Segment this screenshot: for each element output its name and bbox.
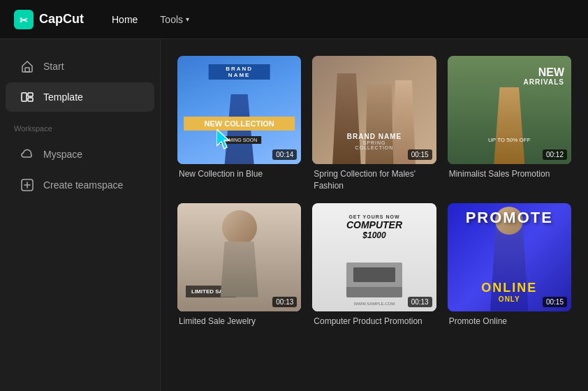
duration-1: 00:14 (272, 149, 297, 160)
template-thumb-6: PROMOTE ONLINE ONLY 00:15 (448, 203, 571, 311)
nav-home[interactable]: Home (112, 14, 138, 25)
computer-text: GET YOURS NOW COMPUTER $1000 (346, 214, 402, 240)
duration-5: 00:13 (408, 297, 432, 307)
spring-label: SPRING COLLECTION (344, 140, 406, 150)
svg-text:✂: ✂ (20, 15, 28, 26)
template-title-3: Minimalist Sales Promotion (448, 168, 571, 180)
template-card-minimalist[interactable]: NEW ARRIVALS UP TO 50% OFF 00:12 Minimal… (448, 56, 571, 192)
logo-area[interactable]: ✂ CapCut (14, 10, 84, 29)
template-title-4: Limited Sale Jewelry (177, 316, 301, 327)
template-card-promote[interactable]: PROMOTE ONLINE ONLY 00:15 Promote Online (448, 203, 571, 327)
top-nav: ✂ CapCut Home Tools ▾ (0, 0, 588, 39)
template-thumb-5: GET YOURS NOW COMPUTER $1000 WWW.SAMPLE.… (312, 203, 436, 311)
chevron-down-icon: ▾ (186, 15, 189, 23)
logo-text: CapCut (39, 12, 84, 27)
new-arrivals-3: NEW ARRIVALS (524, 67, 564, 86)
sidebar-item-create-teamspace[interactable]: Create teamspace (6, 170, 154, 200)
plus-icon (20, 177, 35, 193)
template-thumb-2: BRAND NAME SPRING COLLECTION 00:15 (312, 56, 436, 164)
coming-soon-text: COMING SOON (217, 136, 261, 144)
sidebar-template-label: Template (43, 91, 83, 103)
sidebar-item-template[interactable]: Template (6, 82, 154, 112)
sidebar-create-teamspace-label: Create teamspace (43, 179, 123, 191)
template-title-6: Promote Online (448, 316, 571, 327)
logo-icon: ✂ (14, 10, 34, 29)
template-card-new-collection[interactable]: BRAND NAME NEW COLLECTION COMING SOON 00… (177, 56, 301, 192)
promote-text: PROMOTE (466, 209, 553, 227)
duration-2: 00:15 (408, 149, 432, 160)
template-grid: BRAND NAME NEW COLLECTION COMING SOON 00… (177, 56, 571, 327)
home-icon (20, 59, 35, 74)
new-collection-text: NEW COLLECTION (184, 117, 295, 131)
template-title-2: Spring Collection for Males' Fashion (312, 168, 436, 192)
svg-rect-2 (25, 68, 29, 72)
sidebar-item-myspace[interactable]: Myspace (6, 140, 154, 169)
workspace-label: Workspace (0, 113, 160, 138)
duration-4: 00:13 (272, 297, 297, 307)
brand-overlay-2: BRAND NAME SPRING COLLECTION (344, 133, 406, 150)
sidebar: Start Template Workspace Myspace (0, 39, 161, 391)
main-content: BRAND NAME NEW COLLECTION COMING SOON 00… (161, 39, 588, 391)
template-thumb-3: NEW ARRIVALS UP TO 50% OFF 00:12 (448, 56, 571, 164)
sidebar-start-label: Start (43, 61, 64, 72)
svg-rect-4 (28, 93, 33, 96)
brand-name-1: BRAND NAME (208, 64, 270, 80)
template-card-computer[interactable]: GET YOURS NOW COMPUTER $1000 WWW.SAMPLE.… (312, 203, 436, 327)
sidebar-item-start[interactable]: Start (6, 52, 154, 81)
laptop-shape (346, 263, 402, 297)
template-title-1: New Collection in Blue (177, 168, 301, 180)
template-thumb-4: LIMITED SALE 00:13 (177, 203, 301, 311)
duration-3: 00:12 (543, 149, 567, 160)
svg-rect-5 (28, 98, 33, 101)
cloud-icon (20, 147, 35, 162)
template-card-limited-sale[interactable]: LIMITED SALE 00:13 Limited Sale Jewelry (177, 203, 301, 327)
discount-3: UP TO 50% OFF (488, 137, 530, 143)
sidebar-myspace-label: Myspace (43, 149, 82, 160)
template-title-5: Computer Product Promotion (312, 316, 436, 327)
nav-links: Home Tools ▾ (112, 14, 189, 25)
svg-rect-3 (22, 93, 27, 101)
template-icon (20, 89, 35, 105)
duration-6: 00:15 (543, 297, 567, 307)
online-text: ONLINE ONLY (481, 281, 537, 303)
nav-tools[interactable]: Tools ▾ (160, 14, 189, 25)
main-layout: Start Template Workspace Myspace (0, 39, 588, 391)
brand-name-2: BRAND NAME (344, 133, 406, 140)
template-card-spring[interactable]: BRAND NAME SPRING COLLECTION 00:15 Sprin… (312, 56, 436, 192)
template-thumb-1: BRAND NAME NEW COLLECTION COMING SOON 00… (177, 56, 301, 164)
